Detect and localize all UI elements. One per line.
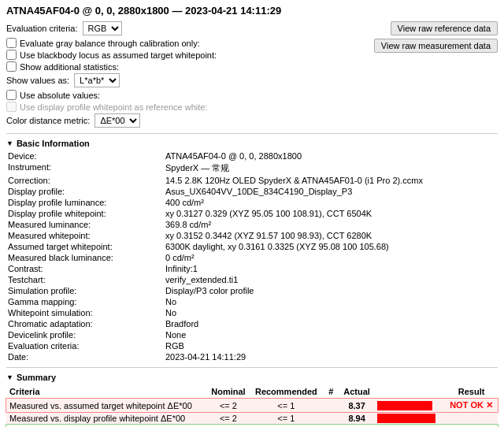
- info-value: 369.8 cd/m²: [164, 219, 498, 230]
- bar-chart: [377, 401, 442, 410]
- evaluation-criteria-select[interactable]: RGB: [83, 21, 122, 35]
- summary-title: Summary: [17, 373, 56, 382]
- info-label: Gamma mapping:: [6, 296, 164, 307]
- recommended-cell: <= 1: [250, 412, 322, 425]
- info-value: xy 0.3152 0.3442 (XYZ 91.57 100 98.93), …: [164, 230, 498, 241]
- info-label: Testchart:: [6, 274, 164, 285]
- info-label: Correction:: [6, 175, 164, 186]
- bar-fill: [377, 414, 435, 423]
- table-row: Display profile:Asus_UX6404VV_10DE_834C4…: [6, 186, 498, 197]
- color-distance-row: Color distance metric: ΔE*00: [6, 113, 374, 128]
- col-bar: [374, 385, 445, 399]
- color-distance-select[interactable]: ΔE*00: [94, 113, 140, 128]
- table-row: Date:2023-04-21 14:11:29: [6, 351, 498, 362]
- controls-panel: Evaluation criteria: RGB Evaluate gray b…: [6, 21, 374, 130]
- table-row: Devicelink profile:None: [6, 329, 498, 340]
- top-section: Evaluation criteria: RGB Evaluate gray b…: [6, 21, 498, 130]
- gray-balance-checkbox[interactable]: [6, 38, 17, 48]
- absolute-values-checkbox[interactable]: [6, 90, 17, 100]
- main-container: ATNA45AF04-0 @ 0, 0, 2880x1800 — 2023-04…: [0, 0, 504, 427]
- additional-stats-checkbox[interactable]: [6, 61, 17, 72]
- info-value: 6300K daylight, xy 0.3161 0.3325 (XYZ 95…: [164, 241, 498, 252]
- gray-balance-label: Evaluate gray balance through calibratio…: [20, 39, 200, 48]
- table-row: Evaluation criteria:RGB: [6, 340, 498, 351]
- summary-table: Criteria Nominal Recommended # Actual Re…: [6, 385, 498, 427]
- table-row: Measured whitepoint:xy 0.3152 0.3442 (XY…: [6, 230, 498, 241]
- bar-cell: [374, 399, 445, 413]
- blackbody-checkbox[interactable]: [6, 50, 17, 60]
- bar-cell: [374, 412, 445, 425]
- triangle-icon-2: ▼: [6, 373, 13, 381]
- info-value: ATNA45AF04-0 @ 0, 0, 2880x1800: [164, 150, 498, 162]
- table-row: Instrument:SpyderX — 常规: [6, 162, 498, 175]
- color-distance-label: Color distance metric:: [6, 116, 90, 125]
- divider-1: [6, 133, 498, 134]
- divider-2: [6, 367, 498, 368]
- info-label: Measured luminance:: [6, 219, 164, 230]
- info-label: Whitepoint simulation:: [6, 307, 164, 318]
- basic-info-section-title: ▼ Basic Information: [6, 139, 498, 148]
- info-value: Bradford: [164, 318, 498, 329]
- table-row: Whitepoint simulation:No: [6, 307, 498, 318]
- info-label: Display profile whitepoint:: [6, 208, 164, 219]
- table-row: Device:ATNA45AF04-0 @ 0, 0, 2880x1800: [6, 150, 498, 162]
- table-row: Testchart:verify_extended.ti1: [6, 274, 498, 285]
- info-value: verify_extended.ti1: [164, 274, 498, 285]
- show-values-row: Show values as: L*a*b*: [6, 73, 374, 87]
- info-label: Assumed target whitepoint:: [6, 241, 164, 252]
- info-value: No: [164, 307, 498, 318]
- top-buttons: View raw reference data View raw measure…: [374, 21, 498, 53]
- criteria-cell: Measured vs. assumed target whitepoint Δ…: [6, 399, 207, 413]
- view-raw-meas-button[interactable]: View raw measurement data: [374, 39, 498, 53]
- count-cell: [323, 399, 340, 413]
- recommended-cell: <= 1: [250, 399, 322, 413]
- blackbody-label: Use blackbody locus as assumed target wh…: [20, 50, 217, 60]
- info-label: Display profile:: [6, 186, 164, 197]
- col-result: Result: [445, 385, 498, 399]
- info-label: Measured black luminance:: [6, 252, 164, 263]
- col-recommended: Recommended: [250, 385, 322, 399]
- info-label: Evaluation criteria:: [6, 340, 164, 351]
- col-nominal: Nominal: [207, 385, 250, 399]
- display-profile-whitepoint-checkbox[interactable]: [6, 102, 17, 112]
- info-value: SpyderX — 常规: [164, 162, 498, 175]
- table-row: Measured black luminance:0 cd/m²: [6, 252, 498, 263]
- display-profile-whitepoint-label: Use display profile whitepoint as refere…: [20, 102, 207, 112]
- info-label: Date:: [6, 351, 164, 362]
- result-cell: [445, 412, 498, 425]
- info-value: xy 0.3127 0.329 (XYZ 95.05 100 108.91), …: [164, 208, 498, 219]
- table-row: Simulation profile:Display/P3 color prof…: [6, 285, 498, 296]
- table-row: Contrast:Infinity:1: [6, 263, 498, 274]
- actual-cell: 8.94: [339, 412, 374, 425]
- criteria-cell: Measured vs. display profile whitepoint …: [6, 412, 207, 425]
- col-count: #: [323, 385, 340, 399]
- count-cell: [323, 412, 340, 425]
- table-row: Assumed target whitepoint:6300K daylight…: [6, 241, 498, 252]
- info-label: Chromatic adaptation:: [6, 318, 164, 329]
- actual-cell: 8.37: [339, 399, 374, 413]
- table-row: Chromatic adaptation:Bradford: [6, 318, 498, 329]
- info-value: Infinity:1: [164, 263, 498, 274]
- table-row: Display profile whitepoint:xy 0.3127 0.3…: [6, 208, 498, 219]
- table-row: Measured luminance:369.8 cd/m²: [6, 219, 498, 230]
- page-title: ATNA45AF04-0 @ 0, 0, 2880x1800 — 2023-04…: [6, 5, 281, 17]
- info-value: 400 cd/m²: [164, 197, 498, 208]
- info-value: RGB: [164, 340, 498, 351]
- evaluation-criteria-label: Evaluation criteria:: [6, 24, 78, 33]
- info-value: 2023-04-21 14:11:29: [164, 351, 498, 362]
- view-raw-ref-button[interactable]: View raw reference data: [391, 21, 498, 35]
- col-criteria: Criteria: [6, 385, 207, 399]
- info-value: None: [164, 329, 498, 340]
- gray-balance-row: Evaluate gray balance through calibratio…: [6, 38, 374, 48]
- basic-info-title: Basic Information: [17, 139, 90, 148]
- col-actual: Actual: [339, 385, 374, 399]
- info-label: Simulation profile:: [6, 285, 164, 296]
- result-cell: NOT OK ✕: [445, 399, 498, 413]
- title-bar: ATNA45AF04-0 @ 0, 0, 2880x1800 — 2023-04…: [6, 5, 498, 17]
- basic-info-table: Device:ATNA45AF04-0 @ 0, 0, 2880x1800Ins…: [6, 150, 498, 362]
- info-label: Contrast:: [6, 263, 164, 274]
- show-values-select[interactable]: L*a*b*: [74, 73, 120, 87]
- nominal-cell: <= 2: [207, 399, 250, 413]
- info-label: Device:: [6, 150, 164, 162]
- summary-row: Measured vs. display profile whitepoint …: [6, 412, 498, 425]
